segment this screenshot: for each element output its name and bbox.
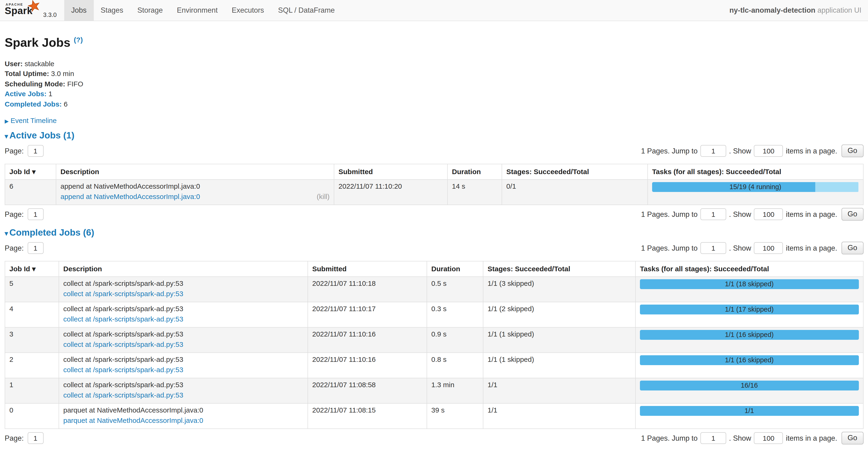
jump-to-page-input[interactable] (701, 145, 726, 157)
description-cell: append at NativeMethodAccessorImpl.java:… (56, 179, 334, 205)
completed-jobs-pagination-bottom: Page: 1 Pages. Jump to . Show items in a… (5, 432, 863, 445)
duration-cell: 1.3 min (427, 378, 483, 403)
col-stages[interactable]: Stages: Succeeded/Total (483, 261, 636, 277)
job-call-site: collect at /spark-scripts/spark-ad.py:53 (63, 380, 303, 390)
col-submitted[interactable]: Submitted (308, 261, 427, 277)
page-number-input[interactable] (27, 242, 43, 254)
go-button[interactable]: Go (841, 208, 863, 221)
job-detail-link[interactable]: collect at /spark-scripts/spark-ad.py:53 (63, 366, 183, 374)
expanded-arrow-icon: ▾ (5, 132, 8, 140)
job-id-cell: 3 (5, 328, 59, 353)
active-jobs-table: Job Id ▾ Description Submitted Duration … (5, 164, 863, 205)
col-description[interactable]: Description (56, 164, 334, 179)
kill-job-link[interactable]: (kill) (317, 192, 330, 201)
job-detail-link[interactable]: parquet at NativeMethodAccessorImpl.java… (63, 416, 203, 424)
col-job-id[interactable]: Job Id ▾ (5, 164, 56, 179)
application-name: ny-tlc-anomaly-detection application UI (730, 6, 868, 15)
table-row: 3 collect at /spark-scripts/spark-ad.py:… (5, 328, 863, 353)
spark-version: 3.3.0 (43, 11, 57, 18)
col-stages[interactable]: Stages: Succeeded/Total (502, 164, 648, 179)
completed-jobs-link[interactable]: Completed Jobs: (5, 100, 62, 108)
page-number-input[interactable] (27, 432, 43, 444)
page-title: Spark Jobs (?) (5, 32, 863, 50)
completed-jobs-header[interactable]: ▾Completed Jobs (6) (5, 227, 863, 238)
jump-to-page-input[interactable] (701, 432, 726, 444)
duration-cell: 39 s (427, 403, 483, 429)
tasks-progress-bar: 1/1 (16 skipped) (640, 355, 859, 365)
col-description[interactable]: Description (59, 261, 308, 277)
jump-to-page-input[interactable] (701, 208, 726, 220)
tasks-progress-bar: 1/1 (18 skipped) (640, 279, 859, 289)
job-id-cell: 4 (5, 302, 59, 328)
summary-uptime: Total Uptime: 3.0 min (5, 68, 863, 79)
jump-to-page-input[interactable] (701, 242, 726, 254)
go-button[interactable]: Go (841, 145, 863, 157)
items-per-page-input[interactable] (754, 242, 783, 254)
page-number-input[interactable] (27, 145, 43, 157)
tasks-cell: 1/1 (16 skipped) (636, 328, 863, 353)
spark-logo[interactable]: APACHE Spark (0, 0, 43, 21)
completed-jobs-table: Job Id ▾ Description Submitted Duration … (5, 261, 863, 429)
description-cell: collect at /spark-scripts/spark-ad.py:53… (59, 302, 308, 328)
job-id-cell: 5 (5, 277, 59, 302)
go-button[interactable]: Go (841, 432, 863, 445)
tasks-cell: 1/1 (636, 403, 863, 429)
items-per-page-input[interactable] (754, 145, 783, 157)
col-job-id[interactable]: Job Id ▾ (5, 261, 59, 277)
stages-cell: 1/1 (1 skipped) (483, 328, 636, 353)
stages-cell: 0/1 (502, 179, 648, 205)
active-jobs-link[interactable]: Active Jobs: (5, 90, 46, 97)
job-detail-link[interactable]: collect at /spark-scripts/spark-ad.py:53 (63, 340, 183, 348)
page-number-input[interactable] (27, 208, 43, 220)
job-id-cell: 6 (5, 179, 56, 205)
tab-jobs[interactable]: Jobs (64, 0, 94, 21)
tasks-progress-bar: 1/1 (17 skipped) (640, 305, 859, 314)
tab-storage[interactable]: Storage (130, 0, 170, 21)
page-content: Spark Jobs (?) User: stackable Total Upt… (0, 32, 868, 445)
top-navbar: APACHE Spark 3.3.0 Jobs Stages Storage E… (0, 0, 868, 21)
description-cell: parquet at NativeMethodAccessorImpl.java… (59, 403, 308, 429)
tab-sql-dataframe[interactable]: SQL / DataFrame (271, 0, 342, 21)
job-summary-list: User: stackable Total Uptime: 3.0 min Sc… (5, 58, 863, 109)
help-link[interactable]: (?) (74, 36, 83, 44)
col-tasks[interactable]: Tasks (for all stages): Succeeded/Total (648, 164, 863, 179)
tab-environment[interactable]: Environment (170, 0, 224, 21)
job-detail-link[interactable]: collect at /spark-scripts/spark-ad.py:53 (63, 315, 183, 323)
job-call-site: collect at /spark-scripts/spark-ad.py:53 (63, 330, 303, 339)
col-tasks[interactable]: Tasks (for all stages): Succeeded/Total (636, 261, 863, 277)
event-timeline-toggle[interactable]: ▶Event Timeline (5, 116, 863, 124)
summary-completed-jobs: Completed Jobs: 6 (5, 99, 863, 109)
progress-label: 16/16 (640, 380, 859, 391)
job-detail-link[interactable]: collect at /spark-scripts/spark-ad.py:53 (63, 290, 183, 297)
items-per-page-input[interactable] (754, 208, 783, 220)
table-row: 2 collect at /spark-scripts/spark-ad.py:… (5, 353, 863, 378)
description-cell: collect at /spark-scripts/spark-ad.py:53… (59, 353, 308, 378)
table-row: 6 append at NativeMethodAccessorImpl.jav… (5, 179, 863, 205)
stages-cell: 1/1 (2 skipped) (483, 302, 636, 328)
description-cell: collect at /spark-scripts/spark-ad.py:53… (59, 277, 308, 302)
submitted-cell: 2022/11/07 11:10:16 (308, 353, 427, 378)
job-detail-link[interactable]: collect at /spark-scripts/spark-ad.py:53 (63, 391, 183, 399)
table-row: 5 collect at /spark-scripts/spark-ad.py:… (5, 277, 863, 302)
duration-cell: 0.5 s (427, 277, 483, 302)
tab-executors[interactable]: Executors (225, 0, 271, 21)
items-per-page-input[interactable] (754, 432, 783, 444)
job-detail-link[interactable]: append at NativeMethodAccessorImpl.java:… (60, 192, 200, 200)
stages-cell: 1/1 (1 skipped) (483, 353, 636, 378)
job-id-cell: 0 (5, 403, 59, 429)
col-duration[interactable]: Duration (427, 261, 483, 277)
progress-label: 1/1 (17 skipped) (640, 305, 859, 314)
progress-label: 1/1 (18 skipped) (640, 279, 859, 289)
spark-jobs-page: APACHE Spark 3.3.0 Jobs Stages Storage E… (0, 0, 868, 455)
tab-stages[interactable]: Stages (94, 0, 130, 21)
go-button[interactable]: Go (841, 242, 863, 254)
stages-cell: 1/1 (483, 403, 636, 429)
active-jobs-pagination-top: Page: 1 Pages. Jump to . Show items in a… (5, 145, 863, 157)
active-jobs-header[interactable]: ▾Active Jobs (1) (5, 130, 863, 141)
spark-star-icon (28, 0, 40, 12)
col-submitted[interactable]: Submitted (334, 164, 447, 179)
tasks-cell: 1/1 (17 skipped) (636, 302, 863, 328)
col-duration[interactable]: Duration (447, 164, 502, 179)
tasks-cell: 1/1 (16 skipped) (636, 353, 863, 378)
job-id-cell: 2 (5, 353, 59, 378)
